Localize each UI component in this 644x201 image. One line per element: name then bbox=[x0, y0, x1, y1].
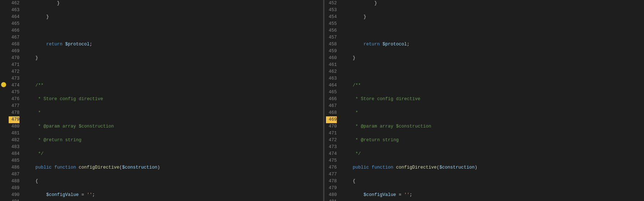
line-num: 460 bbox=[326, 55, 337, 62]
code-line: } bbox=[24, 14, 323, 21]
line-num: 477 bbox=[9, 103, 19, 110]
line-num: 468 bbox=[9, 41, 19, 48]
left-line-numbers: 462 463 464 465 466 467 468 469 470 471 … bbox=[7, 0, 22, 201]
code-line: /** bbox=[24, 82, 323, 89]
line-num: 480 bbox=[9, 123, 19, 130]
scrollbar[interactable] bbox=[640, 0, 644, 201]
editor-container: 462 463 464 465 466 467 468 469 470 471 … bbox=[0, 0, 644, 201]
line-num: 454 bbox=[326, 14, 337, 21]
line-num: 487 bbox=[9, 171, 19, 178]
line-num: 464 bbox=[326, 82, 337, 89]
line-num: 467 bbox=[9, 34, 19, 41]
left-code-area: } } return $protocol; } /** * Store conf… bbox=[22, 0, 323, 201]
line-num: 481 bbox=[326, 198, 337, 201]
line-num: 466 bbox=[9, 27, 19, 34]
code-line bbox=[24, 68, 323, 75]
line-num: 465 bbox=[326, 89, 337, 96]
code-line: * @return string bbox=[24, 137, 323, 144]
line-num: 465 bbox=[9, 21, 19, 27]
code-line: { bbox=[341, 178, 640, 185]
code-line: } bbox=[341, 14, 640, 21]
line-num: 472 bbox=[9, 68, 19, 75]
line-num: 472 bbox=[326, 137, 337, 144]
right-code-area: } } return $protocol; } /** * Store conf… bbox=[340, 0, 640, 201]
code-line: */ bbox=[341, 151, 640, 157]
line-num: 468 bbox=[326, 110, 337, 116]
line-num: 484 bbox=[9, 151, 19, 157]
line-num: 471 bbox=[9, 62, 19, 68]
left-pane: 462 463 464 465 466 467 468 469 470 471 … bbox=[7, 0, 323, 201]
line-num: 453 bbox=[326, 7, 337, 14]
line-num: 475 bbox=[326, 157, 337, 164]
line-num: 470 bbox=[9, 55, 19, 62]
code-line: * @param array $construction bbox=[341, 123, 640, 130]
line-num: 477 bbox=[326, 171, 337, 178]
code-line: { bbox=[24, 178, 323, 185]
code-line: * Store config directive bbox=[341, 96, 640, 103]
code-line: $configValue = ''; bbox=[341, 192, 640, 198]
line-num: 470 bbox=[326, 123, 337, 130]
line-num: 473 bbox=[326, 144, 337, 151]
code-line: /** bbox=[341, 82, 640, 89]
line-num: 473 bbox=[9, 75, 19, 82]
line-num: 463 bbox=[326, 75, 337, 82]
line-num: 489 bbox=[9, 185, 19, 192]
code-line: } bbox=[341, 55, 640, 62]
line-num: 452 bbox=[326, 0, 337, 7]
change-marker-1 bbox=[1, 82, 6, 87]
line-num: 485 bbox=[9, 157, 19, 164]
line-num: 491 bbox=[9, 198, 19, 201]
line-num: 488 bbox=[9, 178, 19, 185]
line-num: 455 bbox=[326, 21, 337, 27]
code-line: } bbox=[24, 0, 323, 7]
line-num: 462 bbox=[9, 0, 19, 7]
line-num: 480 bbox=[326, 192, 337, 198]
right-line-numbers: 452 453 454 455 456 457 458 459 460 461 … bbox=[325, 0, 340, 201]
line-num: 476 bbox=[326, 164, 337, 171]
code-line: * bbox=[24, 110, 323, 116]
line-num: 482 bbox=[9, 137, 19, 144]
line-num: 464 bbox=[9, 14, 19, 21]
left-gutter bbox=[0, 0, 7, 201]
line-num: 486 bbox=[9, 164, 19, 171]
line-num: 458 bbox=[326, 41, 337, 48]
code-line: * bbox=[341, 110, 640, 116]
line-num: 475 bbox=[9, 89, 19, 96]
code-line: } bbox=[341, 0, 640, 7]
line-num: 471 bbox=[326, 130, 337, 137]
line-num: 461 bbox=[326, 62, 337, 68]
line-num: 466 bbox=[326, 96, 337, 103]
line-num: 469 bbox=[9, 48, 19, 55]
code-line bbox=[24, 27, 323, 34]
line-num: 479 bbox=[9, 116, 19, 123]
line-num: 479 bbox=[326, 185, 337, 192]
line-num: 457 bbox=[326, 34, 337, 41]
code-line: $configValue = ''; bbox=[24, 192, 323, 198]
line-num: 469 bbox=[326, 116, 337, 123]
line-num: 474 bbox=[9, 82, 19, 89]
code-line: * Store config directive bbox=[24, 96, 323, 103]
line-num: 478 bbox=[326, 178, 337, 185]
line-num: 459 bbox=[326, 48, 337, 55]
line-num: 476 bbox=[9, 96, 19, 103]
line-num: 462 bbox=[326, 68, 337, 75]
code-line: public function configDirective($constru… bbox=[24, 164, 323, 171]
line-num: 467 bbox=[326, 103, 337, 110]
code-line bbox=[341, 27, 640, 34]
line-num: 483 bbox=[9, 144, 19, 151]
right-pane: 452 453 454 455 456 457 458 459 460 461 … bbox=[325, 0, 640, 201]
line-num: 463 bbox=[9, 7, 19, 14]
line-num: 474 bbox=[326, 151, 337, 157]
code-line: */ bbox=[24, 151, 323, 157]
code-line: public function configDirective($constru… bbox=[341, 164, 640, 171]
code-line: * @param array $construction bbox=[24, 123, 323, 130]
line-num: 456 bbox=[326, 27, 337, 34]
line-num: 490 bbox=[9, 192, 19, 198]
code-line bbox=[341, 68, 640, 75]
code-line: * @return string bbox=[341, 137, 640, 144]
code-line: return $protocol; bbox=[341, 41, 640, 48]
code-line: } bbox=[24, 55, 323, 62]
code-line: return $protocol; bbox=[24, 41, 323, 48]
line-num: 478 bbox=[9, 110, 19, 116]
line-num: 481 bbox=[9, 130, 19, 137]
